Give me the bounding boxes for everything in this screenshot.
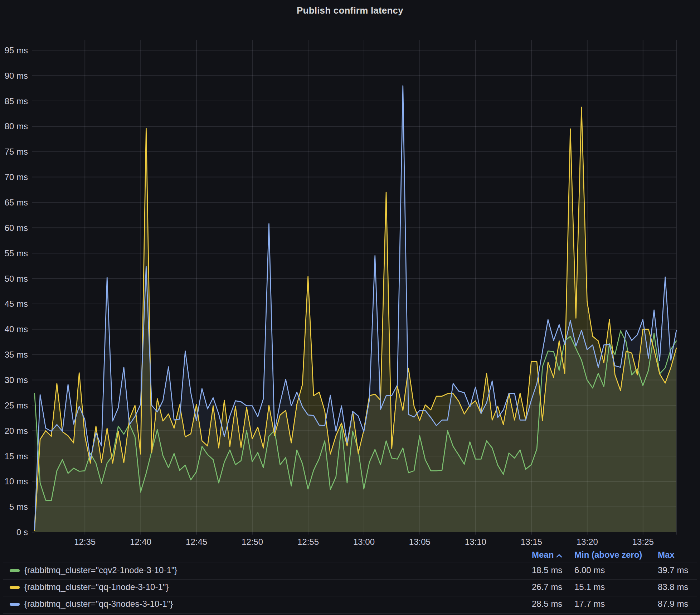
svg-text:10 ms: 10 ms	[5, 476, 28, 486]
svg-text:12:45: 12:45	[186, 537, 207, 547]
svg-text:50 ms: 50 ms	[5, 274, 28, 284]
svg-text:90 ms: 90 ms	[5, 71, 28, 81]
svg-text:12:55: 12:55	[297, 537, 319, 547]
svg-text:12:50: 12:50	[242, 537, 263, 547]
svg-text:70 ms: 70 ms	[5, 172, 28, 182]
svg-text:25 ms: 25 ms	[5, 401, 28, 410]
svg-text:85 ms: 85 ms	[5, 96, 28, 106]
svg-text:13:05: 13:05	[409, 537, 431, 547]
svg-text:55 ms: 55 ms	[5, 248, 28, 258]
svg-text:65 ms: 65 ms	[5, 198, 28, 207]
svg-text:13:10: 13:10	[465, 537, 486, 547]
svg-text:45 ms: 45 ms	[5, 299, 28, 309]
svg-text:30 ms: 30 ms	[5, 375, 28, 385]
svg-text:75 ms: 75 ms	[5, 147, 28, 156]
svg-text:13:20: 13:20	[577, 537, 598, 547]
svg-text:13:25: 13:25	[632, 537, 654, 547]
svg-text:12:35: 12:35	[74, 537, 96, 547]
svg-text:35 ms: 35 ms	[5, 350, 28, 359]
svg-text:13:15: 13:15	[521, 537, 542, 547]
svg-text:12:40: 12:40	[130, 537, 151, 547]
svg-text:80 ms: 80 ms	[5, 121, 28, 131]
svg-text:60 ms: 60 ms	[5, 223, 28, 233]
svg-text:15 ms: 15 ms	[5, 451, 28, 461]
svg-text:0 s: 0 s	[16, 527, 28, 537]
svg-text:20 ms: 20 ms	[5, 426, 28, 436]
svg-text:95 ms: 95 ms	[5, 45, 28, 55]
svg-text:5 ms: 5 ms	[9, 502, 28, 512]
svg-text:13:00: 13:00	[353, 537, 375, 547]
svg-text:40 ms: 40 ms	[5, 324, 28, 334]
